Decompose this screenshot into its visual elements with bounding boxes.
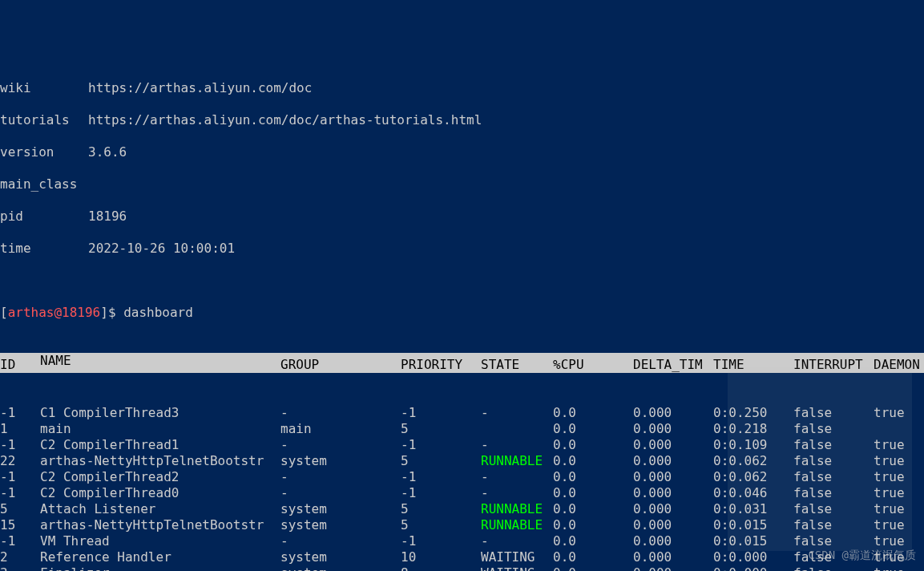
cell-cpu: 0.0 — [553, 485, 633, 501]
cell-delta: 0.000 — [633, 533, 713, 549]
cell-state: - — [481, 437, 553, 453]
cell-cpu: 0.0 — [553, 469, 633, 485]
cell-state: - — [481, 533, 553, 549]
cell-daemon: true — [874, 565, 922, 571]
info-version: version3.6.6 — [0, 144, 924, 160]
cell-delta: 0.000 — [633, 437, 713, 453]
cell-id: 22 — [0, 453, 40, 469]
cell-name: arthas-NettyHttpTelnetBootstr — [40, 453, 280, 469]
info-time: time2022-10-26 10:00:01 — [0, 241, 924, 257]
header-cpu: %CPU — [553, 357, 633, 373]
header-name: NAME — [40, 353, 280, 369]
cell-state: - — [481, 405, 553, 421]
cell-cpu: 0.0 — [553, 453, 633, 469]
cell-id: -1 — [0, 485, 40, 501]
cell-group: - — [280, 533, 401, 549]
prompt-dollar: $ — [108, 305, 123, 320]
cell-group: main — [280, 421, 401, 437]
cell-delta: 0.000 — [633, 565, 713, 571]
cell-name: Reference Handler — [40, 549, 280, 565]
header-state: STATE — [481, 357, 553, 373]
wiki-value: https://arthas.aliyun.com/doc — [88, 80, 312, 96]
cell-group: - — [280, 485, 401, 501]
header-group: GROUP — [280, 357, 401, 373]
mainclass-label: main_class — [0, 176, 88, 192]
cell-cpu: 0.0 — [553, 405, 633, 421]
pid-value: 18196 — [88, 209, 127, 225]
cell-delta: 0.000 — [633, 517, 713, 533]
header-id: ID — [0, 357, 40, 373]
cell-state: - — [481, 469, 553, 485]
cell-delta: 0.000 — [633, 405, 713, 421]
cell-name: VM Thread — [40, 533, 280, 549]
info-wiki: wikihttps://arthas.aliyun.com/doc — [0, 80, 924, 96]
cell-group: - — [280, 405, 401, 421]
cell-name: C2 CompilerThread0 — [40, 485, 280, 501]
info-mainclass: main_class — [0, 176, 924, 192]
cell-cpu: 0.0 — [553, 437, 633, 453]
cell-group: system — [280, 517, 401, 533]
cell-cpu: 0.0 — [553, 565, 633, 571]
cell-priority: 10 — [401, 549, 481, 565]
cell-priority: 8 — [401, 565, 481, 571]
prompt-line[interactable]: [arthas@18196]$ dashboard — [0, 305, 924, 321]
cell-name: C1 CompilerThread3 — [40, 405, 280, 421]
cell-delta: 0.000 — [633, 469, 713, 485]
cell-state: WAITING — [481, 549, 553, 565]
cell-group: system — [280, 501, 401, 517]
cell-group: system — [280, 565, 401, 571]
qr-watermark-overlay — [728, 366, 912, 551]
cell-state: RUNNABLE — [481, 501, 553, 517]
cell-delta: 0.000 — [633, 453, 713, 469]
cell-state: RUNNABLE — [481, 517, 553, 533]
prompt-close: ] — [100, 305, 108, 320]
cell-id: -1 — [0, 437, 40, 453]
cell-id: -1 — [0, 533, 40, 549]
table-row: 3Finalizersystem8WAITING0.00.0000:0.000f… — [0, 565, 924, 571]
header-priority: PRIORITY — [401, 357, 481, 373]
cell-time: 0:0.000 — [713, 565, 793, 571]
cell-priority: -1 — [401, 485, 481, 501]
cell-group: - — [280, 469, 401, 485]
cell-name: arthas-NettyHttpTelnetBootstr — [40, 517, 280, 533]
cell-priority: 5 — [401, 501, 481, 517]
cell-name: C2 CompilerThread1 — [40, 437, 280, 453]
tutorials-label: tutorials — [0, 112, 88, 128]
cell-id: 15 — [0, 517, 40, 533]
cell-delta: 0.000 — [633, 549, 713, 565]
cell-name: main — [40, 421, 280, 437]
cell-cpu: 0.0 — [553, 517, 633, 533]
time-label: time — [0, 241, 88, 257]
prompt-open: [ — [0, 305, 8, 320]
cell-delta: 0.000 — [633, 485, 713, 501]
table-row: 2Reference Handlersystem10WAITING0.00.00… — [0, 549, 924, 565]
info-pid: pid18196 — [0, 209, 924, 225]
cell-cpu: 0.0 — [553, 421, 633, 437]
header-delta: DELTA_TIM — [633, 357, 713, 373]
cell-priority: -1 — [401, 533, 481, 549]
cell-name: Finalizer — [40, 565, 280, 571]
cell-priority: 5 — [401, 421, 481, 437]
cell-priority: -1 — [401, 469, 481, 485]
cell-id: -1 — [0, 405, 40, 421]
cell-group: system — [280, 549, 401, 565]
pid-label: pid — [0, 209, 88, 225]
cell-state: WAITING — [481, 565, 553, 571]
cell-id: 3 — [0, 565, 40, 571]
cell-priority: 5 — [401, 517, 481, 533]
wiki-label: wiki — [0, 80, 88, 96]
command-input[interactable]: dashboard — [123, 305, 193, 320]
cell-cpu: 0.0 — [553, 501, 633, 517]
cell-priority: 5 — [401, 453, 481, 469]
prompt-text: arthas@18196 — [8, 305, 101, 320]
cell-state: RUNNABLE — [481, 453, 553, 469]
cell-priority: -1 — [401, 405, 481, 421]
cell-state: - — [481, 485, 553, 501]
cell-id: -1 — [0, 469, 40, 485]
cell-cpu: 0.0 — [553, 549, 633, 565]
version-label: version — [0, 144, 88, 160]
cell-id: 2 — [0, 549, 40, 565]
cell-time: 0:0.000 — [713, 549, 793, 565]
cell-cpu: 0.0 — [553, 533, 633, 549]
cell-name: C2 CompilerThread2 — [40, 469, 280, 485]
